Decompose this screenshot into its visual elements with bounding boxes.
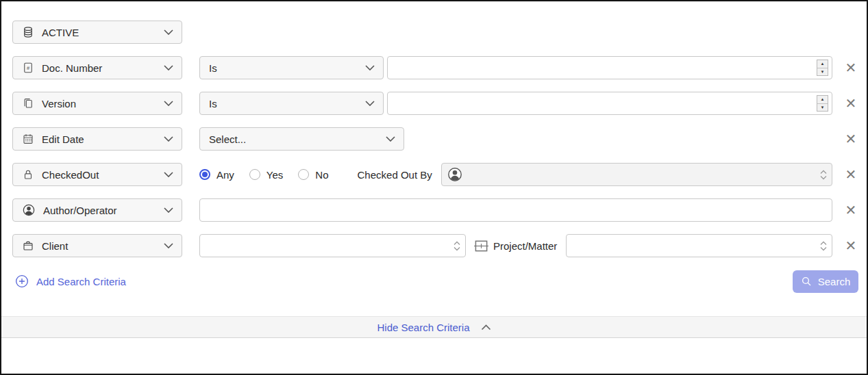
- criteria-toggle-bar: Hide Search Criteria: [1, 316, 867, 338]
- chevron-down-icon: [164, 207, 173, 213]
- operator-dropdown-label: Is: [209, 62, 217, 74]
- doc-number-input[interactable]: [389, 58, 817, 77]
- checked-out-by-input[interactable]: [463, 165, 818, 184]
- version-input[interactable]: [389, 94, 817, 113]
- chevron-down-icon: [365, 101, 375, 106]
- field-dropdown-version[interactable]: Version: [12, 92, 182, 115]
- row-edit-date: Edit Date Select... ✕: [12, 127, 858, 151]
- chevron-down-icon: [386, 136, 395, 142]
- add-circle-icon: [15, 274, 29, 288]
- project-matter-field: [566, 234, 832, 257]
- search-criteria-panel: ACTIVE # Doc. Number Is: [0, 0, 868, 375]
- chevron-down-icon: [164, 136, 173, 142]
- field-dropdown-edit-date[interactable]: Edit Date: [12, 127, 182, 151]
- operator-dropdown-label: Is: [209, 98, 217, 109]
- doc-number-icon: #: [22, 62, 34, 74]
- remove-criteria-version-button[interactable]: ✕: [843, 96, 858, 110]
- field-dropdown-label: CheckedOut: [42, 169, 99, 181]
- chevron-down-icon: [164, 65, 173, 70]
- database-dropdown[interactable]: ACTIVE: [12, 21, 182, 44]
- chevron-down-icon: [365, 65, 375, 70]
- lock-icon: [22, 168, 34, 181]
- remove-criteria-client-button[interactable]: ✕: [843, 239, 858, 253]
- person-circle-icon: [22, 203, 36, 217]
- version-value-field: ▲▼: [387, 92, 832, 115]
- calendar-icon: [22, 133, 34, 145]
- criteria-form: ACTIVE # Doc. Number Is: [1, 1, 867, 293]
- database-icon: [22, 26, 34, 38]
- checked-out-by-field: [441, 163, 832, 186]
- project-matter-icon: [473, 239, 489, 253]
- radio-label: No: [315, 169, 328, 181]
- project-matter-label: Project/Matter: [493, 240, 557, 252]
- number-spinner[interactable]: ▲▼: [817, 95, 828, 112]
- search-icon: [801, 276, 812, 287]
- row-version: Version Is ▲▼ ✕: [12, 92, 858, 115]
- operator-dropdown-version[interactable]: Is: [199, 92, 384, 115]
- chevron-down-icon: [164, 29, 173, 35]
- actions-row: Add Search Criteria Search: [12, 270, 858, 293]
- scroll-updown-icon[interactable]: [818, 170, 829, 180]
- field-dropdown-label: Client: [42, 240, 68, 252]
- row-doc-number: # Doc. Number Is ▲▼ ✕: [12, 56, 858, 79]
- chevron-down-icon: [164, 172, 173, 177]
- number-spinner[interactable]: ▲▼: [817, 60, 828, 76]
- search-button[interactable]: Search: [793, 270, 858, 293]
- field-dropdown-label: Author/Operator: [43, 205, 117, 216]
- scroll-updown-icon[interactable]: [451, 241, 462, 251]
- hide-search-criteria-link[interactable]: Hide Search Criteria: [377, 322, 491, 333]
- chevron-down-icon: [164, 243, 173, 248]
- row-database: ACTIVE: [12, 21, 858, 44]
- search-button-label: Search: [818, 276, 851, 287]
- project-matter-input[interactable]: [571, 236, 818, 255]
- radio-option-no[interactable]: No: [298, 169, 328, 181]
- radio-option-any[interactable]: Any: [199, 169, 234, 181]
- field-dropdown-client[interactable]: Client: [12, 234, 182, 257]
- radio-option-yes[interactable]: Yes: [249, 169, 283, 181]
- add-search-criteria-link[interactable]: Add Search Criteria: [15, 274, 126, 288]
- row-author: Author/Operator ✕: [12, 198, 858, 222]
- field-dropdown-label: Doc. Number: [42, 62, 102, 74]
- field-dropdown-checked-out[interactable]: CheckedOut: [12, 163, 182, 186]
- remove-criteria-doc-number-button[interactable]: ✕: [843, 61, 858, 75]
- version-icon: [22, 97, 34, 109]
- chevron-up-icon: [481, 324, 491, 331]
- database-dropdown-label: ACTIVE: [42, 27, 79, 38]
- chevron-down-icon: [164, 101, 173, 106]
- checked-out-radio-group: Any Yes No: [199, 169, 344, 181]
- doc-number-value-field: ▲▼: [387, 56, 832, 79]
- remove-criteria-checked-out-button[interactable]: ✕: [843, 168, 858, 181]
- author-input[interactable]: [199, 198, 832, 222]
- row-checked-out: CheckedOut Any Yes No Check: [12, 163, 858, 186]
- remove-criteria-author-button[interactable]: ✕: [843, 203, 858, 217]
- field-dropdown-doc-number[interactable]: # Doc. Number: [12, 56, 182, 79]
- radio-label: Yes: [266, 169, 283, 181]
- hide-search-criteria-label: Hide Search Criteria: [377, 322, 469, 333]
- checked-out-by-label: Checked Out By: [358, 169, 432, 181]
- operator-dropdown-edit-date[interactable]: Select...: [199, 127, 404, 151]
- radio-unselected-icon: [298, 169, 309, 180]
- scroll-updown-icon[interactable]: [818, 241, 829, 251]
- add-search-criteria-label: Add Search Criteria: [36, 276, 126, 287]
- radio-unselected-icon: [249, 169, 260, 180]
- field-dropdown-label: Version: [42, 98, 76, 109]
- client-input[interactable]: [205, 236, 451, 255]
- row-client: Client Project/Matter: [12, 234, 858, 257]
- person-icon: [447, 166, 463, 183]
- operator-dropdown-label: Select...: [209, 133, 246, 145]
- radio-label: Any: [216, 169, 234, 181]
- briefcase-icon: [22, 240, 34, 252]
- svg-text:#: #: [27, 65, 30, 71]
- remove-criteria-edit-date-button[interactable]: ✕: [843, 132, 858, 146]
- operator-dropdown-doc-number[interactable]: Is: [199, 56, 384, 79]
- radio-selected-icon: [199, 169, 210, 180]
- client-value-field: [199, 234, 466, 257]
- field-dropdown-author[interactable]: Author/Operator: [12, 198, 182, 222]
- field-dropdown-label: Edit Date: [42, 133, 84, 145]
